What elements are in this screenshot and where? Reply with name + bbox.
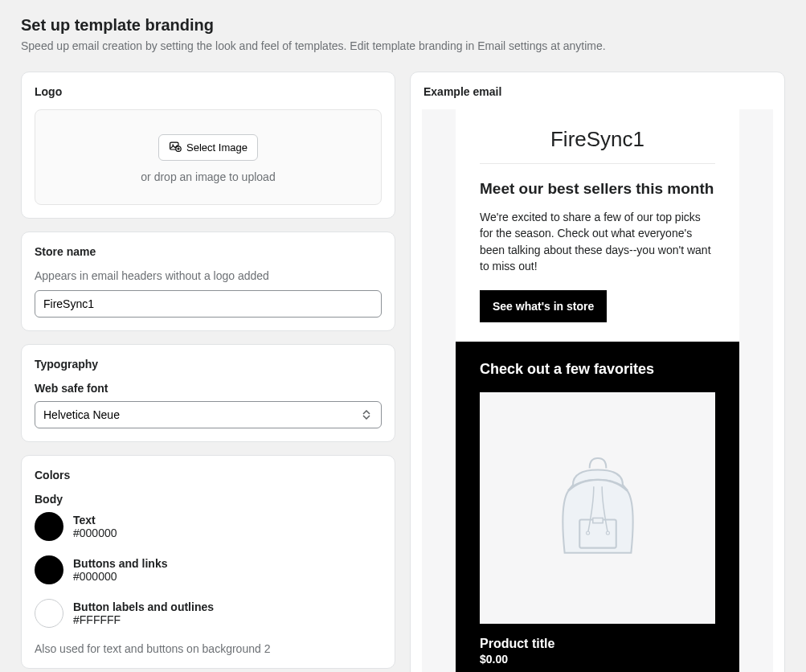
color-hex: #000000 [73,527,117,539]
store-name-title: Store name [35,245,382,258]
email-preview-body: FireSync1 Meet our best sellers this mon… [456,109,739,672]
drop-hint-text: or drop an image to upload [45,170,371,183]
color-swatch[interactable] [35,512,63,541]
color-label: Text [73,514,117,527]
colors-title: Colors [35,469,382,481]
store-name-helper: Appears in email headers without a logo … [35,269,382,282]
image-add-icon [169,140,182,155]
page-subtitle: Speed up email creation by setting the l… [21,39,785,52]
preview-cta-button: See what's in store [480,290,607,322]
colors-card: Colors Body Text #000000 Buttons and lin… [21,455,395,669]
store-name-input[interactable] [35,290,382,318]
logo-card: Logo Select Image or drop an image [21,72,395,219]
example-email-title: Example email [423,85,771,98]
color-row-button-labels: Button labels and outlines #FFFFFF [35,599,382,628]
svg-rect-4 [592,518,602,522]
logo-dropzone[interactable]: Select Image or drop an image to upload [35,109,382,205]
colors-body-label: Body [35,493,382,506]
typography-card: Typography Web safe font Helvetica Neue [21,344,395,442]
svg-point-6 [606,531,609,535]
preview-divider [480,163,715,164]
store-name-card: Store name Appears in email headers with… [21,232,395,331]
backpack-icon [548,452,648,565]
color-row-text: Text #000000 [35,512,382,541]
colors-note: Also used for text and buttons on backgr… [35,642,382,655]
select-image-button[interactable]: Select Image [158,134,258,161]
svg-point-5 [586,531,589,535]
color-label: Button labels and outlines [73,600,214,613]
example-email-card: Example email FireSync1 Meet our best se… [410,72,785,672]
preview-heading: Meet our best sellers this month [480,180,715,198]
typography-title: Typography [35,358,382,371]
preview-dark-section: Check out a few favorites [456,342,739,672]
product-image-placeholder [480,392,715,624]
color-label: Buttons and links [73,557,167,570]
font-select[interactable]: Helvetica Neue [35,401,382,428]
page-title: Set up template branding [21,16,785,35]
color-swatch[interactable] [35,555,63,584]
color-hex: #000000 [73,570,167,583]
color-swatch[interactable] [35,599,63,628]
preview-brand: FireSync1 [480,127,715,163]
preview-favorites-heading: Check out a few favorites [480,361,715,378]
email-preview-frame: FireSync1 Meet our best sellers this mon… [422,109,773,672]
select-image-label: Select Image [186,141,248,154]
preview-body-text: We're excited to share a few of our top … [480,209,715,274]
font-label: Web safe font [35,382,382,395]
preview-product-price: $0.00 [480,653,715,666]
color-hex: #FFFFFF [73,613,214,626]
svg-rect-3 [579,519,616,547]
color-row-buttons: Buttons and links #000000 [35,555,382,584]
logo-title: Logo [35,85,382,98]
preview-product-title: Product title [480,637,715,651]
